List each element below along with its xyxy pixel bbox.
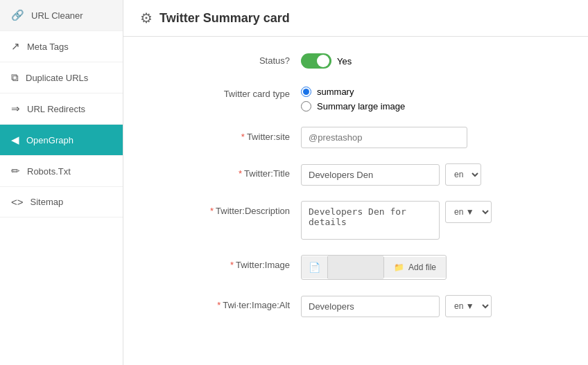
sidebar-item-label: Duplicate URLs [26, 73, 88, 83]
radio-summary-large-input[interactable] [301, 101, 311, 112]
toggle-slider [301, 53, 331, 69]
sidebar-item-label: URL Redirects [27, 104, 85, 114]
alt-input[interactable] [301, 296, 440, 317]
status-toggle[interactable] [301, 53, 331, 69]
card-type-radio-group: summary Summary large image [301, 84, 560, 112]
radio-summary-label: summary [317, 87, 354, 97]
alt-required-star: * [217, 300, 220, 310]
redirect-icon: ⇒ [11, 103, 20, 115]
file-upload-empty-area [328, 256, 383, 279]
desc-label: *Twitter:Description [151, 201, 290, 216]
status-row: Status? Yes [151, 51, 560, 69]
form-area: Status? Yes Twitter card type summary Su [123, 37, 588, 346]
file-upload-wrap: 📄 📁 Add file [301, 255, 447, 280]
sidebar: 🔗 URL Cleaner ↗ Meta Tags ⧉ Duplicate UR… [0, 0, 123, 365]
site-required-star: * [241, 132, 245, 142]
sidebar-item-robots-txt[interactable]: ✏ Robots.Txt [0, 156, 123, 187]
desc-textarea[interactable]: Developers Den for details [301, 201, 440, 240]
card-type-row: Twitter card type summary Summary large … [151, 84, 560, 112]
sidebar-item-label: URL Cleaner [31, 10, 83, 21]
code-icon: <> [11, 196, 24, 208]
status-toggle-wrap: Yes [301, 51, 352, 69]
status-value: Yes [337, 56, 352, 66]
link-icon: 🔗 [11, 9, 24, 21]
radio-summary-large[interactable]: Summary large image [301, 101, 560, 112]
title-label: *Twitter:Title [151, 163, 290, 179]
alt-row: *Twi·ter:Image:Alt en ▼ [151, 295, 560, 317]
sidebar-item-sitemap[interactable]: <> Sitemap [0, 187, 123, 217]
sidebar-item-url-cleaner[interactable]: 🔗 URL Cleaner [0, 0, 123, 31]
title-input[interactable] [301, 164, 440, 186]
site-label: *Twitter:site [151, 127, 290, 142]
sidebar-item-label: Robots.Txt [27, 166, 71, 177]
desc-row: *Twitter:Description Developers Den for … [151, 201, 560, 240]
radio-summary-input[interactable] [301, 87, 311, 97]
site-input-wrap [301, 127, 560, 148]
desc-input-group: Developers Den for details en ▼ [301, 201, 492, 240]
image-required-star: * [230, 260, 234, 270]
title-required-star: * [239, 168, 242, 179]
radio-summary-large-label: Summary large image [317, 101, 405, 112]
alt-lang-select[interactable]: en ▼ [445, 295, 492, 317]
desc-lang-select[interactable]: en ▼ [445, 201, 492, 223]
sidebar-item-duplicate-urls[interactable]: ⧉ Duplicate URLs [0, 62, 123, 94]
card-type-label: Twitter card type [151, 84, 290, 99]
main-content: ⚙ Twitter Summary card Status? Yes Twitt… [123, 0, 588, 365]
sidebar-item-meta-tags[interactable]: ↗ Meta Tags [0, 31, 123, 62]
sidebar-item-label: OpenGraph [26, 135, 74, 145]
sidebar-item-opengraph[interactable]: ◀ OpenGraph [0, 125, 123, 156]
title-row: *Twitter:Title en [151, 163, 560, 186]
image-label: *Twitter:Image [151, 255, 290, 270]
share-icon: ◀ [11, 134, 19, 146]
title-input-group: en [301, 163, 481, 186]
status-label: Status? [151, 51, 290, 66]
title-lang-select[interactable]: en [445, 163, 481, 186]
add-file-button[interactable]: 📁 Add file [383, 257, 446, 278]
image-row: *Twitter:Image 📄 📁 Add file [151, 255, 560, 280]
chart-icon: ↗ [11, 40, 20, 53]
add-file-label: Add file [408, 262, 436, 272]
alt-input-group: en ▼ [301, 295, 492, 317]
page-header: ⚙ Twitter Summary card [123, 0, 588, 37]
alt-label: *Twi·ter:Image:Alt [151, 295, 290, 310]
settings-icon: ⚙ [140, 10, 153, 26]
copy-icon: ⧉ [11, 71, 19, 84]
folder-icon: 📁 [394, 262, 404, 272]
desc-required-star: * [210, 206, 214, 216]
sidebar-item-label: Meta Tags [27, 42, 69, 52]
sidebar-item-url-redirects[interactable]: ⇒ URL Redirects [0, 94, 123, 125]
site-input[interactable] [301, 127, 467, 148]
file-icon-button[interactable]: 📄 [302, 256, 328, 278]
site-row: *Twitter:site [151, 127, 560, 148]
radio-summary[interactable]: summary [301, 87, 560, 97]
pencil-icon: ✏ [11, 165, 20, 177]
sidebar-item-label: Sitemap [31, 197, 64, 207]
page-title: Twitter Summary card [159, 11, 290, 26]
